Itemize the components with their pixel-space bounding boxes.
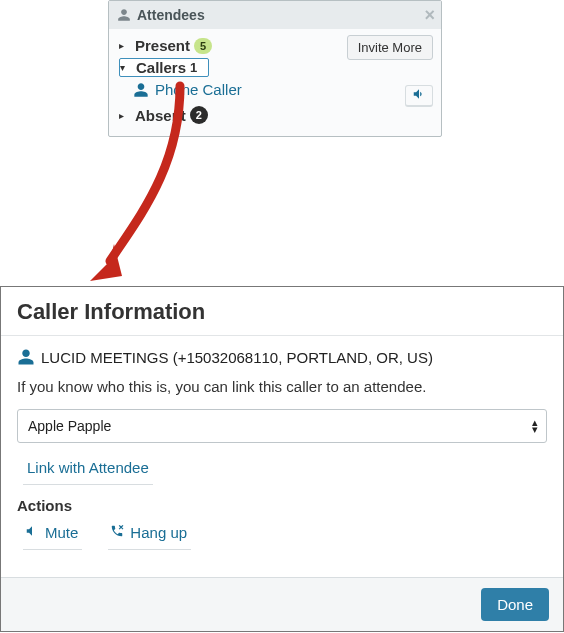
mute-label: Mute (45, 524, 78, 541)
caller-list-item[interactable]: Phone Caller (109, 79, 441, 104)
attendee-select[interactable]: Apple Papple ▴▾ (17, 409, 547, 443)
dialog-help-text: If you know who this is, you can link th… (17, 378, 547, 395)
dialog-body: LUCID MEETINGS (+15032068110, PORTLAND, … (1, 336, 563, 577)
caller-info-dialog: Caller Information LUCID MEETINGS (+1503… (0, 286, 564, 632)
group-absent[interactable]: ▸ Absent 2 (109, 104, 441, 126)
present-count-badge: 5 (194, 38, 212, 54)
person-icon (17, 348, 35, 366)
caller-audio-button[interactable] (405, 85, 433, 107)
group-present-label: Present (135, 37, 190, 54)
chevron-down-icon: ▾ (120, 62, 132, 73)
close-icon[interactable]: × (424, 6, 435, 24)
hangup-button[interactable]: Hang up (108, 520, 191, 550)
link-with-attendee-button[interactable]: Link with Attendee (23, 453, 153, 485)
attendees-icon (117, 8, 131, 22)
attendees-title: Attendees (137, 7, 205, 23)
group-callers-label: Callers (136, 59, 186, 76)
group-absent-label: Absent (135, 107, 186, 124)
phone-hangup-icon (110, 524, 124, 541)
caller-display-line: LUCID MEETINGS (+15032068110, PORTLAND, … (17, 348, 547, 366)
attendee-select-value: Apple Papple (28, 418, 111, 434)
chevron-right-icon: ▸ (119, 110, 131, 121)
actions-row: Mute Hang up (17, 520, 547, 550)
done-button[interactable]: Done (481, 588, 549, 621)
person-icon (133, 82, 149, 98)
invite-more-button[interactable]: Invite More (347, 35, 433, 60)
caller-display-text: LUCID MEETINGS (+15032068110, PORTLAND, … (41, 349, 433, 366)
caller-name: Phone Caller (155, 81, 242, 98)
attendees-header: Attendees × (109, 1, 441, 29)
absent-count-badge: 2 (190, 106, 208, 124)
attendees-panel: Attendees × Invite More ▸ Present 5 ▾ Ca… (108, 0, 442, 137)
mute-button[interactable]: Mute (23, 520, 82, 550)
hangup-label: Hang up (130, 524, 187, 541)
actions-heading: Actions (17, 497, 547, 514)
dialog-title: Caller Information (1, 287, 563, 336)
dialog-footer: Done (1, 577, 563, 631)
chevron-right-icon: ▸ (119, 40, 131, 51)
select-caret-icon: ▴▾ (532, 419, 538, 432)
attendees-body: Invite More ▸ Present 5 ▾ Callers 1 Phon… (109, 29, 441, 136)
callers-count-badge: 1 (190, 60, 204, 75)
mute-icon (25, 524, 39, 541)
speaker-icon (412, 87, 426, 105)
